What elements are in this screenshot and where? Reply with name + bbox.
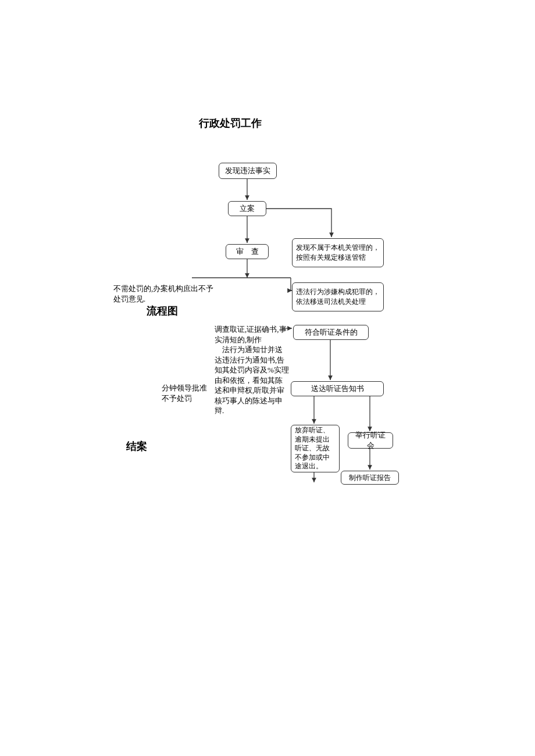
label-closing: 结案 bbox=[126, 439, 147, 453]
node-criminal-transfer: 违法行为涉嫌构成犯罪的，依法移送司法机关处理 bbox=[292, 282, 384, 311]
node-discover: 发现违法事实 bbox=[219, 163, 277, 179]
node-waive-hearing: 放弃听证、逾期未提出听证、无故不参加或中途退出。 bbox=[291, 425, 340, 472]
annot-investigation: 调查取证,证据确书,事实清短的,制作 法行为通知廿并送达违法行为通知书,告知其处… bbox=[215, 324, 289, 416]
node-hearing-condition: 符合听证条件的 bbox=[293, 325, 369, 340]
node-hearing-report: 制作听证报告 bbox=[341, 471, 399, 485]
node-review: 审 查 bbox=[226, 244, 269, 259]
node-hold-hearing: 举行听证会 bbox=[348, 432, 393, 449]
annot-no-punish: 不需处罚的,办案机构庶出不予处罚意见. bbox=[113, 284, 215, 304]
page-title: 行政处罚工作 bbox=[199, 116, 262, 130]
node-transfer-jurisdiction: 发现不属于本机关管理的，按照有关规定移送管辖 bbox=[292, 238, 384, 267]
node-file-case: 立案 bbox=[228, 201, 266, 216]
label-flowchart: 流程图 bbox=[147, 304, 178, 318]
annot-approve-no-punish: 分钟领导批准不予处罚 bbox=[162, 383, 208, 403]
node-notice-delivery: 送达听证告知书 bbox=[291, 381, 384, 396]
